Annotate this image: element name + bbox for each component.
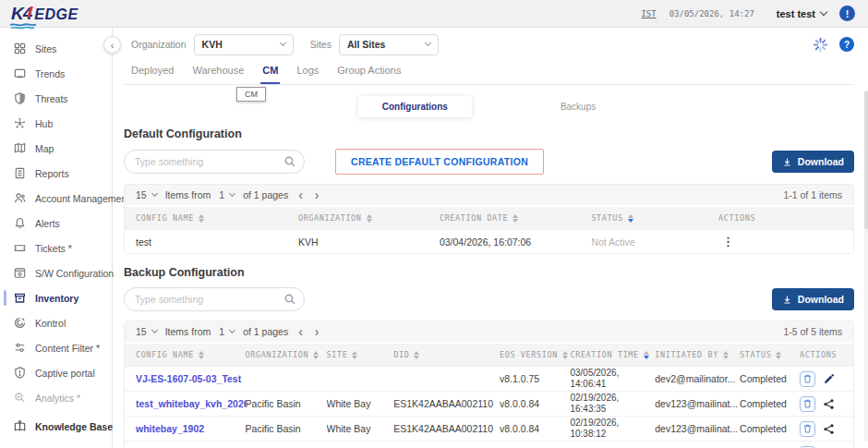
chevron-down-icon (280, 40, 286, 46)
sort-icon[interactable] (313, 351, 319, 359)
row-actions-menu-icon[interactable]: ⋮ (718, 235, 738, 248)
subtab-configurations[interactable]: Configurations (358, 96, 472, 117)
page-value: 1 (219, 189, 224, 200)
backup-configuration-title: Backup Configuration (124, 266, 854, 279)
sidebar-label: Analytics * (35, 393, 80, 404)
sidebar-item-tickets[interactable]: Tickets * (0, 236, 112, 260)
page-size-select[interactable]: 15 (136, 189, 157, 200)
sidebar-item-knowledge-base[interactable]: Knowledge Base (0, 414, 112, 439)
trash-icon (803, 399, 812, 408)
sidebar-item-content-filter[interactable]: Content Filter * (0, 335, 112, 360)
tab-warehouse[interactable]: Warehouse (192, 65, 244, 84)
scrollbar-thumb[interactable] (864, 91, 868, 229)
logo-k4-text: K4 (11, 4, 31, 24)
config-name-link[interactable]: test_whitebay_kvh_2026 (136, 398, 246, 409)
sidebar-collapse-button[interactable]: ‹ (103, 36, 121, 54)
page-select[interactable]: 1 (219, 326, 235, 337)
config-name-link[interactable]: whitebay_1902 (136, 423, 246, 434)
sidebar-item-inventory[interactable]: Inventory (0, 285, 112, 310)
sidebar-item-sites[interactable]: Sites (0, 36, 112, 61)
prev-page-button[interactable]: ‹ (296, 188, 305, 201)
tab-cm[interactable]: CM (262, 65, 278, 84)
next-page-button[interactable]: › (313, 325, 321, 338)
create-default-configuration-button[interactable]: CREATE DEFAULT CONFIGURATION (335, 149, 544, 175)
search-icon[interactable] (283, 293, 296, 306)
k4edge-logo[interactable]: K4 EDGE (11, 4, 78, 24)
page-select[interactable]: 1 (219, 189, 235, 200)
sidebar-item-reports[interactable]: Reports (0, 161, 112, 186)
delete-button[interactable] (800, 421, 815, 437)
sort-icon[interactable] (723, 351, 729, 359)
edit-button[interactable] (823, 373, 835, 385)
eos-version-cell: v8.0.0.84 (500, 423, 571, 434)
download-button[interactable]: Download (772, 288, 854, 310)
sort-icon[interactable] (367, 214, 372, 223)
prev-page-button[interactable]: ‹ (296, 325, 305, 338)
user-icon (13, 191, 27, 205)
table-row: VJ-ES-1607-05-03_Test v8.1.0.75 03/05/20… (125, 366, 853, 391)
sidebar-item-threats[interactable]: Threats (0, 86, 112, 111)
default-config-table: 15 Items from 1 of 1 pages ‹ › 1-1 of 1 … (124, 184, 854, 254)
sidebar-item-analytics[interactable]: Analytics * (0, 385, 112, 410)
config-name-cell: test (136, 236, 298, 248)
sidebar-item-account-management[interactable]: Account Management (0, 186, 112, 211)
did-cell: ES1K42AABAA002110 (393, 423, 500, 434)
sort-icon[interactable] (352, 351, 357, 359)
tab-logs[interactable]: Logs (296, 65, 319, 84)
cm-tab-tooltip: CM (236, 87, 266, 102)
sidebar-item-trends[interactable]: Trends (0, 61, 112, 86)
help-icon[interactable]: ? (839, 37, 854, 52)
sort-icon[interactable] (562, 351, 568, 359)
backup-config-controls: Download (124, 287, 854, 311)
organization-label: Organization (131, 39, 187, 50)
sidebar-item-map[interactable]: Map (0, 136, 112, 161)
column-header: CONFIG NAME (136, 350, 194, 359)
tab-deployed[interactable]: Deployed (131, 65, 174, 84)
sort-icon-active[interactable] (644, 351, 649, 359)
sidebar-item-captive-portal[interactable]: Captive portal (0, 360, 112, 385)
sidebar-item-sw-configuration[interactable]: S/W Configuration (0, 260, 112, 285)
status-cell: Completed (740, 423, 800, 434)
default-config-pagination: 15 Items from 1 of 1 pages ‹ › 1-1 of 1 … (125, 185, 853, 207)
next-page-button[interactable]: › (313, 188, 321, 201)
vertical-scrollbar[interactable] (864, 91, 868, 442)
backup-config-table-header: CONFIG NAME ORGANIZATION SITE DID EOS VE… (125, 344, 853, 366)
bell-icon (13, 216, 27, 230)
share-button[interactable] (823, 423, 835, 435)
search-icon[interactable] (283, 155, 296, 168)
page-size-select[interactable]: 15 (136, 326, 157, 337)
sort-icon-active[interactable] (628, 214, 633, 223)
delete-button[interactable] (800, 371, 815, 387)
column-header: INITIATED BY (655, 350, 718, 359)
items-from-label: Items from (165, 326, 211, 337)
search-input[interactable] (124, 287, 305, 311)
creation-time-cell: 03/05/2026, 14:06:41 (570, 368, 655, 391)
sidebar-item-alerts[interactable]: Alerts (0, 211, 112, 236)
organization-select[interactable]: KVH (194, 34, 294, 55)
sort-icon[interactable] (199, 214, 204, 223)
sidebar-item-kontrol[interactable]: Kontrol (0, 310, 112, 335)
share-button[interactable] (823, 398, 835, 410)
user-menu[interactable]: test test (777, 8, 826, 19)
shield-icon (13, 91, 27, 105)
delete-button[interactable] (800, 396, 815, 412)
timezone-link[interactable]: IST (641, 9, 656, 18)
search-input[interactable] (124, 150, 305, 174)
column-header: SITE (327, 350, 348, 359)
sort-icon[interactable] (512, 214, 518, 223)
config-name-link[interactable]: VJ-ES-1607-05-03_Test (136, 373, 246, 384)
sites-select[interactable]: All Sites (339, 34, 439, 55)
initiated-by-cell: dev123@mailinat... (655, 423, 740, 434)
download-button[interactable]: Download (772, 151, 854, 173)
alert-badge-icon[interactable]: ! (839, 6, 855, 21)
datetime-text: 03/05/2026, 14:27 (669, 9, 754, 18)
sort-icon[interactable] (414, 351, 419, 359)
sidebar-nav: Sites Trends Threats Hub Map Reports Acc… (0, 28, 113, 448)
subtab-backups[interactable]: Backups (536, 96, 620, 117)
table-row: test KVH 03/04/2026, 16:07:06 Not Active… (125, 229, 853, 253)
sort-icon[interactable] (199, 351, 204, 359)
tab-group-actions[interactable]: Group Actions (337, 65, 401, 84)
sidebar-item-hub[interactable]: Hub (0, 111, 112, 136)
creation-date-line: 03/05/2026, (570, 368, 649, 380)
sort-icon[interactable] (776, 351, 781, 359)
